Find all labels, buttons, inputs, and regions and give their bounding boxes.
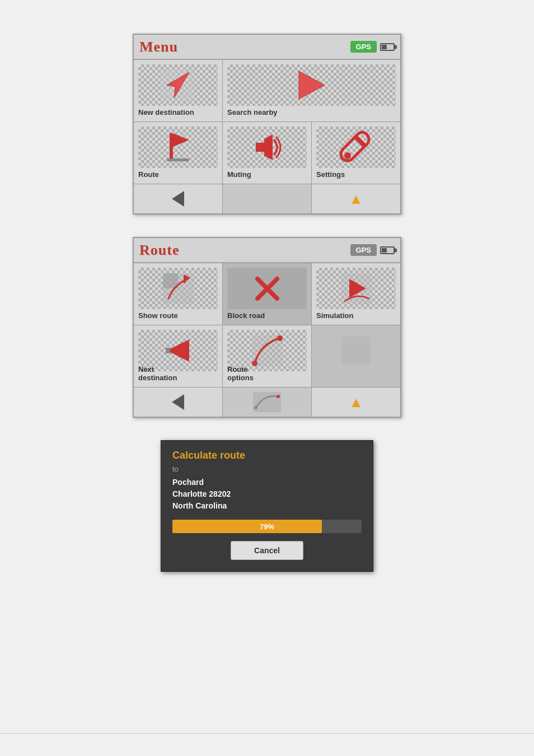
route-navigate-arrow-icon: ▲ xyxy=(349,394,363,411)
empty-cell xyxy=(312,325,400,387)
address-line1: Pochard xyxy=(172,478,204,487)
simulation-icon-area xyxy=(316,268,396,309)
route-navigate-button[interactable]: ▲ xyxy=(312,388,400,417)
svg-rect-23 xyxy=(342,337,370,365)
block-road-button[interactable]: Block road xyxy=(223,263,311,325)
route-grid: Show route Block road xyxy=(134,263,400,387)
settings-button[interactable]: Settings xyxy=(312,122,400,184)
simulation-label: Simulation xyxy=(316,311,353,320)
menu-nav: ▲ xyxy=(134,184,400,213)
route-title: Route xyxy=(139,242,179,259)
route-panel: Route GPS Show route xyxy=(133,237,401,418)
svg-marker-7 xyxy=(264,134,273,160)
svg-point-21 xyxy=(277,335,283,341)
muting-button[interactable]: Muting xyxy=(223,122,311,184)
svg-rect-3 xyxy=(170,133,173,161)
dialog-title: Calculate route xyxy=(172,450,362,461)
route-back-arrow-icon xyxy=(172,394,184,410)
route-battery-icon xyxy=(380,246,395,254)
block-road-label: Block road xyxy=(227,311,265,320)
settings-icon-area xyxy=(316,127,396,168)
svg-marker-2 xyxy=(299,71,325,99)
route-options-button[interactable]: Route options xyxy=(223,325,311,387)
route-header-controls: GPS xyxy=(350,244,395,256)
simulation-button[interactable]: Simulation xyxy=(312,263,400,325)
new-destination-button[interactable]: New destination xyxy=(134,60,222,122)
header-controls: GPS xyxy=(350,41,395,53)
navigate-button[interactable]: ▲ xyxy=(312,184,400,213)
search-nearby-label: Search nearby xyxy=(227,108,278,117)
svg-rect-24 xyxy=(253,392,281,412)
svg-point-25 xyxy=(254,406,257,409)
search-nearby-button[interactable]: Search nearby xyxy=(223,60,400,122)
address-line3: North Carolina xyxy=(172,501,227,510)
route-options-icon xyxy=(249,333,285,369)
next-destination-label: Next destination xyxy=(138,365,177,382)
menu-header: Menu GPS xyxy=(134,35,400,59)
progress-label: 79% xyxy=(260,522,274,531)
search-nearby-icon-area xyxy=(227,64,396,106)
muting-icon xyxy=(247,128,287,167)
back-button[interactable] xyxy=(134,184,222,213)
route-button[interactable]: Route xyxy=(134,122,222,184)
menu-title: Menu xyxy=(139,39,178,55)
search-nearby-icon xyxy=(292,66,331,105)
dialog-to-label: to xyxy=(172,465,362,473)
svg-rect-19 xyxy=(166,348,170,353)
svg-rect-9 xyxy=(353,134,367,148)
route-options-label: Route options xyxy=(227,365,254,382)
block-road-icon xyxy=(252,273,283,304)
empty-icon xyxy=(339,334,373,367)
new-destination-icon-area xyxy=(138,64,218,106)
svg-marker-4 xyxy=(173,133,189,147)
route-back-button[interactable] xyxy=(134,388,222,417)
settings-label: Settings xyxy=(316,170,345,179)
nav-empty-center xyxy=(223,184,311,213)
back-arrow-icon xyxy=(172,191,184,207)
svg-rect-6 xyxy=(256,143,264,152)
bottom-divider xyxy=(0,733,534,734)
next-destination-button[interactable]: Next destination xyxy=(134,325,222,387)
route-nav: ▲ xyxy=(134,387,400,417)
empty-cell-area xyxy=(316,330,396,371)
muting-label: Muting xyxy=(227,170,251,179)
progress-bar-fill xyxy=(172,520,322,533)
gps-badge: GPS xyxy=(350,41,377,53)
svg-rect-5 xyxy=(167,158,189,161)
svg-point-8 xyxy=(344,152,351,159)
svg-point-26 xyxy=(277,395,280,398)
dialog-address: Pochard Charlotte 28202 North Carolina xyxy=(172,477,362,512)
route-gps-badge: GPS xyxy=(350,244,377,256)
route-nav-map-icon xyxy=(250,391,284,413)
battery-icon xyxy=(380,43,395,51)
show-route-icon xyxy=(160,270,196,307)
simulation-icon xyxy=(338,270,374,307)
navigate-arrow-icon: ▲ xyxy=(349,190,363,208)
address-line2: Charlotte 28202 xyxy=(172,489,231,498)
menu-grid: New destination Search nearby xyxy=(134,59,400,184)
cancel-button[interactable]: Cancel xyxy=(231,541,303,560)
route-nav-empty-center xyxy=(223,388,311,417)
next-destination-icon xyxy=(161,334,195,367)
settings-icon xyxy=(336,128,376,167)
show-route-icon-area xyxy=(138,268,218,309)
muting-icon-area xyxy=(227,127,307,168)
progress-bar-container: 79% xyxy=(172,520,362,533)
new-destination-icon xyxy=(158,66,198,105)
show-route-button[interactable]: Show route xyxy=(134,263,222,325)
route-icon xyxy=(158,128,198,167)
block-road-icon-area xyxy=(227,268,307,309)
show-route-label: Show route xyxy=(138,311,178,320)
menu-panel: Menu GPS New destination xyxy=(133,34,401,214)
calculate-route-dialog: Calculate route to Pochard Charlotte 282… xyxy=(161,440,373,572)
route-icon-area xyxy=(138,127,218,168)
route-label: Route xyxy=(138,170,159,179)
new-destination-label: New destination xyxy=(138,108,194,117)
route-header: Route GPS xyxy=(134,238,400,263)
